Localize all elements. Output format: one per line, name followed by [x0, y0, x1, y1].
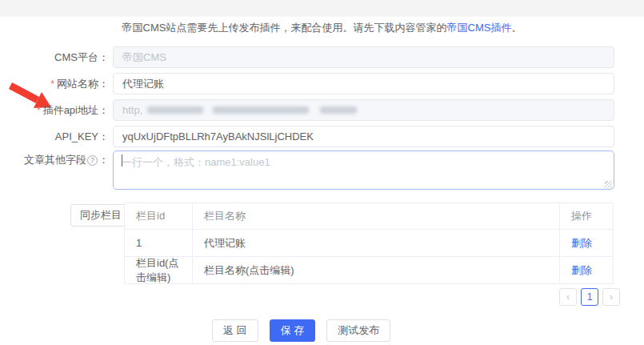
site-name-input[interactable]	[113, 73, 614, 94]
redacted-url-blur	[320, 106, 357, 114]
help-icon[interactable]: ?	[87, 155, 98, 166]
extra-fields-colon: ：	[98, 153, 109, 167]
pagination-next-button[interactable]: ›	[602, 288, 620, 306]
pagination: ‹ 1 ›	[559, 288, 620, 306]
text-cursor	[122, 154, 122, 166]
cell-column-name-editable[interactable]: 栏目名称(点击编辑)	[193, 257, 560, 284]
extra-fields-textarea[interactable]	[113, 150, 614, 190]
api-key-label-text: API_KEY：	[55, 130, 109, 144]
plugin-api-label-text: 插件api地址：	[43, 103, 109, 118]
pagination-page-1[interactable]: 1	[581, 288, 598, 306]
plugin-api-label: * 插件api地址：	[0, 99, 109, 121]
notice-after: 。	[511, 22, 522, 34]
header-column-name: 栏目名称	[193, 203, 560, 230]
header-column-action: 操作	[560, 203, 614, 230]
redacted-url-blur	[147, 106, 203, 114]
notice-text: 帝国CMS站点需要先上传发布插件，来配合使用。请先下载内容管家的帝国CMS插件。	[0, 21, 644, 35]
empire-cms-plugin-download-link[interactable]: 帝国CMS插件	[447, 22, 512, 34]
save-button[interactable]: 保 存	[270, 319, 316, 342]
footer-actions: 返 回 保 存 测试发布	[212, 319, 390, 342]
api-key-label: API_KEY：	[0, 126, 109, 147]
extra-fields-label-text: 文章其他字段	[24, 153, 86, 167]
cell-column-id-editable[interactable]: 栏目id(点击编辑)	[125, 257, 193, 284]
cell-column-name[interactable]: 代理记账	[193, 230, 560, 257]
delete-link[interactable]: 删除	[571, 263, 592, 278]
plugin-api-visible-prefix: http,	[122, 104, 142, 116]
site-name-label-text: 网站名称：	[57, 77, 109, 91]
test-publish-button[interactable]: 测试发布	[326, 319, 390, 342]
cms-platform-label-text: CMS平台：	[54, 50, 109, 65]
header-column-id: 栏目id	[125, 203, 193, 230]
category-table: 栏目id 栏目名称 操作 1 代理记账 删除 栏目id(点击编辑) 栏目名称(点…	[124, 203, 614, 284]
textarea-resize-handle[interactable]	[605, 181, 612, 188]
delete-link[interactable]: 删除	[571, 236, 592, 251]
plugin-api-input: http,	[113, 99, 614, 121]
extra-fields-label: 文章其他字段 ? ：	[0, 150, 109, 170]
empire-cms-publish-settings-page: 帝国CMS站点需要先上传发布插件，来配合使用。请先下载内容管家的帝国CMS插件。…	[0, 0, 644, 345]
api-key-input[interactable]	[113, 126, 614, 147]
cms-platform-label: CMS平台：	[0, 46, 109, 68]
cms-platform-input	[113, 46, 614, 68]
table-row: 栏目id(点击编辑) 栏目名称(点击编辑) 删除	[125, 257, 614, 284]
required-asterisk: *	[37, 105, 41, 116]
table-header-row: 栏目id 栏目名称 操作	[125, 203, 614, 230]
top-gray-band	[0, 0, 644, 17]
pagination-prev-button[interactable]: ‹	[559, 288, 577, 306]
table-row: 1 代理记账 删除	[125, 230, 614, 257]
notice-before: 帝国CMS站点需要先上传发布插件，来配合使用。请先下载内容管家的	[122, 22, 447, 34]
cell-column-id[interactable]: 1	[125, 230, 193, 257]
redacted-url-blur	[213, 106, 309, 114]
sync-columns-button[interactable]: 同步栏目	[70, 204, 131, 227]
back-button[interactable]: 返 回	[212, 319, 258, 342]
